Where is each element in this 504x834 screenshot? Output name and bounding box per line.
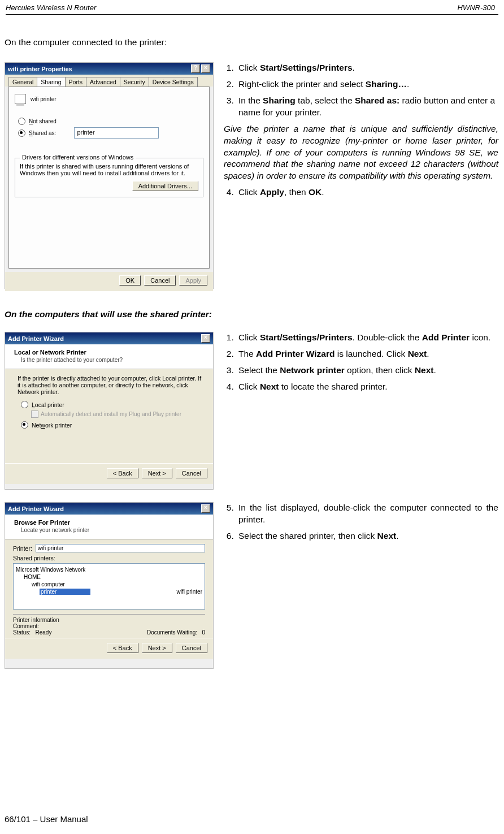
tab-ports[interactable]: Ports	[65, 77, 87, 87]
wizard1-subheading: Is the printer attached to your computer…	[21, 357, 206, 363]
radio-shared-as[interactable]	[18, 129, 25, 137]
step2-3: Select the Network printer option, then …	[236, 365, 498, 377]
comment-label: Comment:	[13, 623, 205, 629]
section2-instructions-b: In the list displayed, double-click the …	[224, 502, 498, 547]
tree-computer[interactable]: wifi computer	[32, 581, 65, 587]
wizard1-next-button[interactable]: Next >	[142, 468, 172, 478]
drivers-group-text: If this printer is shared with users run…	[20, 163, 198, 176]
wizard1-back-button[interactable]: < Back	[107, 468, 138, 478]
radio-local-printer-label: Local printer	[32, 401, 64, 408]
step2-4: Click Next to locate the shared printer.	[236, 381, 498, 393]
wizard1-cancel-button[interactable]: Cancel	[176, 468, 207, 478]
wizard2-next-button[interactable]: Next >	[142, 643, 172, 653]
tab-advanced[interactable]: Advanced	[86, 77, 120, 87]
tab-sharing[interactable]: Sharing	[37, 77, 65, 87]
section1-instructions: Click Start/Settings/Printers. Right-cli…	[224, 62, 498, 203]
radio-not-shared[interactable]	[18, 118, 25, 125]
checkbox-autodetect-label: Automatically detect and install my Plug…	[41, 411, 181, 417]
header-right: HWNR-300	[458, 3, 495, 12]
docs-waiting-value: 0	[202, 629, 205, 636]
section2-instructions-a: Click Start/Settings/Printers. Double-cl…	[224, 332, 498, 397]
wizard1-close-button[interactable]: ×	[201, 334, 210, 343]
radio-network-printer[interactable]	[21, 421, 28, 429]
wizard1-heading: Local or Network Printer	[14, 349, 86, 356]
step2-2: The Add Printer Wizard is launched. Clic…	[236, 348, 498, 360]
status-label: Status:	[13, 629, 31, 636]
wizard2-heading: Browse For Printer	[14, 519, 70, 526]
wizard1-body-text: If the printer is directly attached to y…	[18, 375, 205, 395]
apply-button[interactable]: Apply	[179, 275, 207, 286]
section1-note: Give the printer a name that is unique a…	[224, 123, 498, 183]
tree-selected-printer[interactable]: printer	[40, 589, 90, 595]
printer-field[interactable]: wifi printer	[36, 544, 205, 552]
section2-title: On the computers that will use the share…	[5, 309, 498, 319]
help-button[interactable]: ?	[191, 64, 200, 73]
shared-as-input[interactable]: printer	[74, 127, 159, 139]
step-2: Right-click the printer and select Shari…	[236, 79, 498, 90]
tab-device-settings[interactable]: Device Settings	[149, 77, 198, 87]
printer-icon	[15, 94, 26, 104]
step-3: In the Sharing tab, select the Shared as…	[236, 95, 498, 119]
wizard2-title: Add Printer Wizard	[8, 505, 64, 512]
step2-6: Select the shared printer, then click Ne…	[236, 530, 498, 542]
radio-local-printer[interactable]	[21, 401, 28, 408]
section1-title: On the computer connected to the printer…	[5, 37, 498, 47]
radio-shared-as-label: Shared as:	[29, 130, 56, 136]
tab-security[interactable]: Security	[120, 77, 149, 87]
wizard2-close-button[interactable]: ×	[201, 504, 210, 513]
ok-button[interactable]: OK	[119, 275, 141, 286]
tab-general[interactable]: General	[8, 77, 37, 87]
wizard2-cancel-button[interactable]: Cancel	[176, 643, 207, 653]
radio-network-printer-label: Network printer	[32, 422, 72, 429]
step2-1: Click Start/Settings/Printers. Double-cl…	[236, 332, 498, 344]
drivers-groupbox-title: Drivers for different versions of Window…	[20, 154, 136, 161]
add-printer-wizard-1: Add Printer Wizard × Local or Network Pr…	[5, 332, 214, 490]
shared-printers-tree[interactable]: Microsoft Windows Network HOME wifi comp…	[13, 563, 205, 610]
tree-home[interactable]: HOME	[24, 574, 41, 580]
printer-info-title: Printer information	[13, 617, 205, 623]
tree-root[interactable]: Microsoft Windows Network	[16, 567, 85, 573]
drivers-groupbox: Drivers for different versions of Window…	[15, 158, 203, 197]
checkbox-autodetect	[31, 410, 38, 418]
wizard1-title: Add Printer Wizard	[8, 335, 64, 342]
wizard2-back-button[interactable]: < Back	[107, 643, 138, 653]
page-footer: 66/101 – User Manual	[5, 814, 88, 824]
status-value: Ready	[35, 629, 51, 636]
dialog-title: wifi printer Properties	[8, 66, 72, 72]
docs-waiting-label: Documents Waiting:	[147, 629, 197, 636]
header-left: Hercules Wireless N Router	[6, 3, 96, 12]
add-printer-wizard-2: Add Printer Wizard × Browse For Printer …	[5, 502, 214, 669]
radio-not-shared-label: Not shared	[29, 118, 57, 124]
additional-drivers-button[interactable]: Additional Drivers...	[132, 181, 198, 191]
cancel-button[interactable]: Cancel	[144, 275, 176, 286]
printer-field-label: Printer:	[13, 545, 32, 552]
step-1: Click Start/Settings/Printers.	[236, 62, 498, 74]
wizard2-subheading: Locate your network printer	[21, 527, 206, 533]
step-4: Click Apply, then OK.	[236, 187, 498, 198]
step2-5: In the list displayed, double-click the …	[236, 502, 498, 526]
printer-name-label: wifi printer	[31, 96, 57, 102]
tree-selected-printer-desc: wifi printer	[176, 589, 202, 595]
close-button[interactable]: ×	[201, 64, 210, 73]
printer-properties-dialog: wifi printer Properties ? × General Shar…	[5, 62, 214, 289]
shared-printers-label: Shared printers:	[13, 555, 205, 561]
